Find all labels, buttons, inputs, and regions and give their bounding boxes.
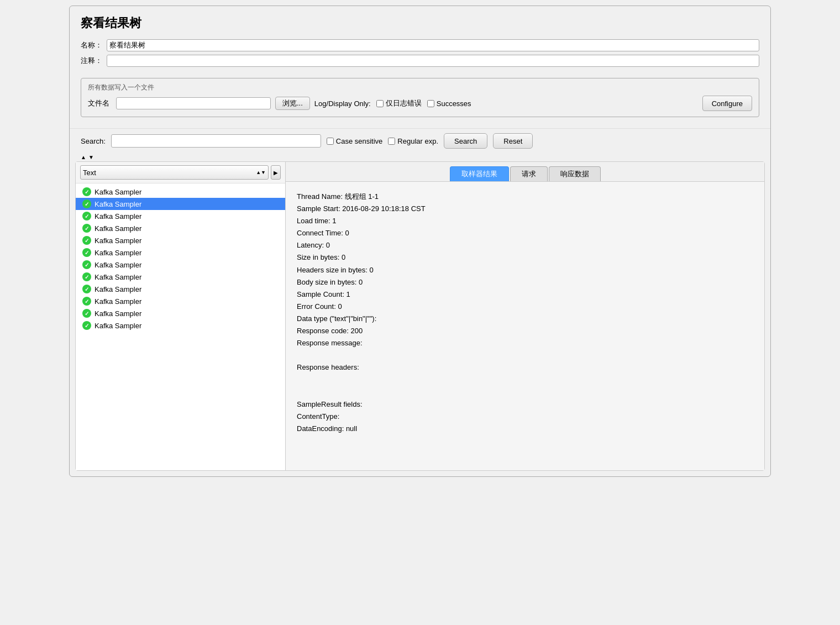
tree-item-label: Kafka Sampler xyxy=(95,249,141,257)
result-content: Thread Name: 线程组 1-1 Sample Start: 2016-… xyxy=(286,182,764,470)
check-icon xyxy=(82,187,91,196)
left-panel: Text ▲▼ ▶ Kafka SamplerKafka SamplerKafk… xyxy=(76,162,286,470)
fieldset-legend: 所有数据写入一个文件 xyxy=(88,83,752,92)
file-label: 文件名 xyxy=(88,98,109,108)
tree-item-label: Kafka Sampler xyxy=(95,285,141,293)
tree-item[interactable]: Kafka Sampler xyxy=(76,234,285,246)
tree-item[interactable]: Kafka Sampler xyxy=(76,222,285,234)
tree-item-label: Kafka Sampler xyxy=(95,237,141,245)
regular-exp-label[interactable]: Regular exp. xyxy=(388,137,438,145)
tree-item-label: Kafka Sampler xyxy=(95,224,141,233)
expand-right-button[interactable]: ▶ xyxy=(271,165,281,180)
right-panel: 取样器结果请求响应数据 Thread Name: 线程组 1-1 Sample … xyxy=(286,162,764,470)
app-window: 察看结果树 名称： 注释： 所有数据写入一个文件 文件名 浏览... Log/D… xyxy=(69,6,771,477)
successes-label[interactable]: Successes xyxy=(427,99,471,108)
main-content: Text ▲▼ ▶ Kafka SamplerKafka SamplerKafk… xyxy=(75,161,765,471)
log-display-row: Log/Display Only: 仅日志错误 Successes xyxy=(314,98,698,108)
tree-item[interactable]: Kafka Sampler xyxy=(76,271,285,283)
check-icon xyxy=(82,199,91,208)
error-only-checkbox[interactable] xyxy=(376,100,384,107)
log-display-label: Log/Display Only: xyxy=(314,99,371,108)
comment-input[interactable] xyxy=(107,55,759,67)
tree-item-label: Kafka Sampler xyxy=(95,212,141,220)
tab-bar: 取样器结果请求响应数据 xyxy=(286,162,764,182)
tab-button-2[interactable]: 响应数据 xyxy=(549,166,601,181)
tree-item[interactable]: Kafka Sampler xyxy=(76,210,285,222)
tree-item-label: Kafka Sampler xyxy=(95,309,141,318)
tree-item[interactable]: Kafka Sampler xyxy=(76,283,285,295)
text-dropdown[interactable]: Text ▲▼ xyxy=(80,165,269,180)
name-input[interactable] xyxy=(107,39,759,51)
tree-item-label: Kafka Sampler xyxy=(95,322,141,330)
check-icon xyxy=(82,212,91,220)
tree-item[interactable]: Kafka Sampler xyxy=(76,319,285,332)
tree-item[interactable]: Kafka Sampler xyxy=(76,259,285,271)
browse-button[interactable]: 浏览... xyxy=(275,97,310,110)
tree-item[interactable]: Kafka Sampler xyxy=(76,198,285,210)
reset-button[interactable]: Reset xyxy=(493,133,533,149)
check-icon xyxy=(82,236,91,245)
case-sensitive-label[interactable]: Case sensitive xyxy=(327,137,383,145)
error-only-label[interactable]: 仅日志错误 xyxy=(376,98,422,108)
sort-arrows: ▲ ▼ xyxy=(70,153,770,161)
successes-text: Successes xyxy=(437,99,471,108)
check-icon xyxy=(82,309,91,318)
check-icon xyxy=(82,321,91,330)
tree-list[interactable]: Kafka SamplerKafka SamplerKafka SamplerK… xyxy=(76,183,285,470)
successes-checkbox[interactable] xyxy=(427,100,434,107)
tree-item-label: Kafka Sampler xyxy=(95,297,141,306)
check-icon xyxy=(82,248,91,257)
left-panel-header: Text ▲▼ ▶ xyxy=(76,162,285,183)
check-icon xyxy=(82,297,91,306)
comment-label: 注释： xyxy=(81,56,102,66)
regular-exp-text: Regular exp. xyxy=(397,137,438,145)
search-bar: Search: Case sensitive Regular exp. Sear… xyxy=(70,128,770,153)
tab-button-0[interactable]: 取样器结果 xyxy=(450,166,509,181)
case-sensitive-text: Case sensitive xyxy=(336,137,383,145)
sort-down-icon[interactable]: ▼ xyxy=(88,154,94,160)
comment-row: 注释： xyxy=(81,55,759,67)
configure-button[interactable]: Configure xyxy=(702,96,752,111)
form-section: 名称： 注释： xyxy=(70,37,770,76)
check-icon xyxy=(82,285,91,293)
tree-item[interactable]: Kafka Sampler xyxy=(76,186,285,198)
tree-item-label: Kafka Sampler xyxy=(95,200,141,208)
name-label: 名称： xyxy=(81,40,102,50)
tree-item-label: Kafka Sampler xyxy=(95,261,141,269)
page-title: 察看结果树 xyxy=(70,6,770,37)
case-sensitive-checkbox[interactable] xyxy=(327,138,334,145)
tab-button-1[interactable]: 请求 xyxy=(510,166,548,181)
check-icon xyxy=(82,260,91,269)
dropdown-arrow-icon: ▲▼ xyxy=(256,170,266,175)
tree-item[interactable]: Kafka Sampler xyxy=(76,246,285,259)
file-row: 文件名 浏览... Log/Display Only: 仅日志错误 Succes… xyxy=(88,96,752,111)
regular-exp-checkbox[interactable] xyxy=(388,138,395,145)
error-only-text: 仅日志错误 xyxy=(386,98,422,108)
check-icon xyxy=(82,272,91,281)
search-button[interactable]: Search xyxy=(444,133,487,149)
tree-item-label: Kafka Sampler xyxy=(95,188,141,196)
file-config-box: 所有数据写入一个文件 文件名 浏览... Log/Display Only: 仅… xyxy=(81,78,759,117)
search-label: Search: xyxy=(81,137,106,145)
tree-item-label: Kafka Sampler xyxy=(95,273,141,281)
check-icon xyxy=(82,224,91,233)
tree-item[interactable]: Kafka Sampler xyxy=(76,307,285,319)
dropdown-label: Text xyxy=(83,169,96,177)
search-input[interactable] xyxy=(111,134,321,148)
file-input[interactable] xyxy=(116,97,271,109)
tree-item[interactable]: Kafka Sampler xyxy=(76,295,285,307)
sort-up-icon[interactable]: ▲ xyxy=(81,154,86,160)
name-row: 名称： xyxy=(81,39,759,51)
